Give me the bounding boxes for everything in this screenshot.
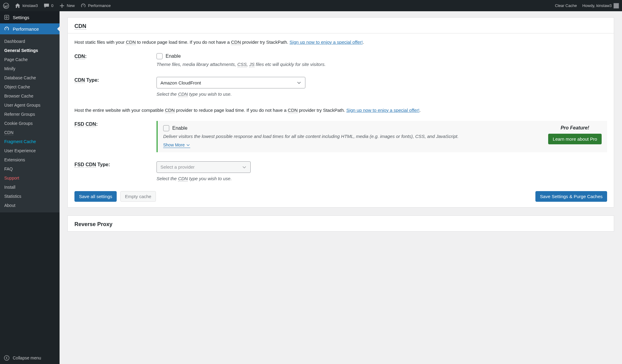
cdn-enable-text: Enable xyxy=(166,53,181,59)
chevron-down-icon xyxy=(297,80,301,85)
sidebar-item-user-agent-groups[interactable]: User Agent Groups xyxy=(0,101,60,110)
cdn-type-hint: Select the CDN type you wish to use. xyxy=(156,91,607,98)
fsd-enable-checkbox xyxy=(163,125,169,131)
cdn-description-2: Host the entire website with your compat… xyxy=(74,107,607,114)
sidebar-settings[interactable]: Settings xyxy=(0,11,60,23)
sidebar-item-database-cache[interactable]: Database Cache xyxy=(0,73,60,82)
adminbar-performance-label: Performance xyxy=(88,3,111,8)
cdn-enable-label: CDN: xyxy=(74,53,156,68)
sidebar-item-cdn[interactable]: CDN xyxy=(0,128,60,137)
main-content: CDN Host static files with your CDN to r… xyxy=(60,11,622,364)
sidebar-item-user-experience[interactable]: User Experience xyxy=(0,146,60,155)
show-more-toggle[interactable]: Show More xyxy=(163,143,190,148)
collapse-menu[interactable]: Collapse menu xyxy=(0,352,60,364)
fsd-enable-text: Enable xyxy=(172,125,187,131)
svg-point-2 xyxy=(4,355,9,360)
sidebar-item-referrer-groups[interactable]: Referrer Groups xyxy=(0,110,60,119)
howdy-text: Howdy, kinstaw3 xyxy=(582,3,612,8)
site-name-link[interactable]: kinstaw3 xyxy=(15,3,38,9)
sidebar-item-faq[interactable]: FAQ xyxy=(0,164,60,173)
gauge-icon xyxy=(80,3,86,9)
empty-cache-button[interactable]: Empty cache xyxy=(120,191,156,202)
sidebar-item-install[interactable]: Install xyxy=(0,183,60,192)
admin-sidebar: Settings Performance DashboardGeneral Se… xyxy=(0,11,60,364)
pro-feature-box: Enable Deliver visitors the lowest possi… xyxy=(156,121,607,152)
performance-link[interactable]: Performance xyxy=(80,3,111,9)
admin-bar: kinstaw3 0 New Performance Clear Cache H… xyxy=(0,0,622,11)
fsd-cdn-label: FSD CDN: xyxy=(74,121,156,156)
performance-label: Performance xyxy=(13,26,39,32)
save-all-settings-button[interactable]: Save all settings xyxy=(74,191,117,202)
new-content-link[interactable]: New xyxy=(59,3,75,9)
cdn-enable-hint: Theme files, media library attachments, … xyxy=(156,61,607,68)
reverse-proxy-title: Reverse Proxy xyxy=(74,221,112,227)
cdn-type-select[interactable]: Amazon CloudFront xyxy=(156,77,305,88)
sidebar-item-browser-cache[interactable]: Browser Cache xyxy=(0,91,60,101)
fsd-type-hint: Select the CDN type you wish to use. xyxy=(156,175,607,182)
fsd-cdn-type-select: Select a provider xyxy=(156,161,251,173)
sidebar-item-general-settings[interactable]: General Settings xyxy=(0,46,60,55)
cdn-type-label: CDN Type: xyxy=(74,77,156,98)
fsd-hint: Deliver visitors the lowest possible res… xyxy=(163,133,542,140)
cdn-type-value: Amazon CloudFront xyxy=(160,80,201,85)
collapse-icon xyxy=(4,355,10,361)
stackpath-signup-link-1[interactable]: Sign up now to enjoy a special offer! xyxy=(290,39,363,45)
cdn-description-1: Host static files with your CDN to reduc… xyxy=(74,39,607,46)
pro-feature-title: Pro Feature! xyxy=(548,125,602,131)
collapse-label: Collapse menu xyxy=(13,355,41,360)
fsd-cdn-type-label: FSD CDN Type: xyxy=(74,161,156,182)
sidebar-item-minify[interactable]: Minify xyxy=(0,64,60,73)
panel-title: CDN xyxy=(74,23,86,29)
sidebar-item-fragment-cache[interactable]: Fragment Cache xyxy=(0,137,60,146)
comment-count: 0 xyxy=(51,3,53,8)
sidebar-item-support[interactable]: Support xyxy=(0,173,60,183)
chevron-down-icon xyxy=(242,165,247,170)
performance-icon xyxy=(4,26,10,32)
settings-label: Settings xyxy=(13,15,29,20)
save-purge-button[interactable]: Save Settings & Purge Caches xyxy=(535,191,607,202)
sidebar-item-statistics[interactable]: Statistics xyxy=(0,192,60,201)
comments-link[interactable]: 0 xyxy=(43,3,53,9)
site-name-text: kinstaw3 xyxy=(22,3,38,8)
stackpath-signup-link-2[interactable]: Sign up now to enjoy a special offer! xyxy=(346,108,420,113)
chevron-down-icon xyxy=(186,143,190,147)
plus-icon xyxy=(59,3,65,9)
comment-icon xyxy=(43,3,50,9)
home-icon xyxy=(15,3,21,9)
avatar xyxy=(613,3,619,9)
button-row: Save all settings Empty cache Save Setti… xyxy=(74,191,607,202)
sidebar-item-object-cache[interactable]: Object Cache xyxy=(0,82,60,91)
performance-submenu: DashboardGeneral SettingsPage CacheMinif… xyxy=(0,34,60,212)
clear-cache-link[interactable]: Clear Cache xyxy=(555,3,577,8)
cdn-panel-header: CDN xyxy=(68,18,614,33)
sidebar-performance[interactable]: Performance xyxy=(0,23,60,34)
sidebar-item-extensions[interactable]: Extensions xyxy=(0,155,60,164)
cdn-panel: CDN Host static files with your CDN to r… xyxy=(67,17,614,208)
settings-icon xyxy=(4,14,10,20)
learn-more-pro-button[interactable]: Learn more about Pro xyxy=(548,134,602,144)
cdn-enable-checkbox[interactable] xyxy=(156,53,163,59)
sidebar-item-cookie-groups[interactable]: Cookie Groups xyxy=(0,119,60,128)
wp-logo[interactable] xyxy=(3,3,9,9)
fsd-type-placeholder: Select a provider xyxy=(160,164,195,170)
reverse-proxy-panel: Reverse Proxy xyxy=(67,215,614,232)
sidebar-item-about[interactable]: About xyxy=(0,201,60,210)
profile-link[interactable]: Howdy, kinstaw3 xyxy=(582,3,619,9)
sidebar-item-page-cache[interactable]: Page Cache xyxy=(0,55,60,64)
new-label: New xyxy=(67,3,75,8)
sidebar-item-dashboard[interactable]: Dashboard xyxy=(0,37,60,46)
